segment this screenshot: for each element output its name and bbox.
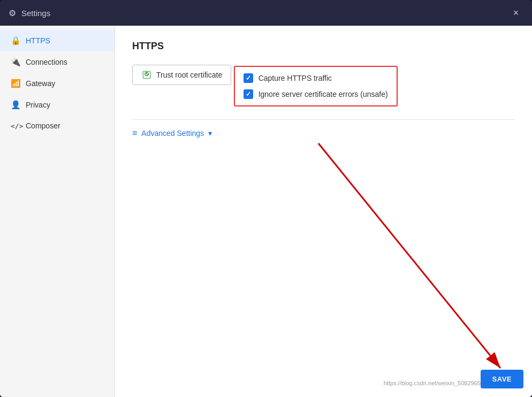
certificate-icon — [141, 70, 152, 80]
sidebar-label-privacy: Privacy — [26, 101, 50, 109]
capture-https-checkbox[interactable] — [244, 73, 253, 83]
main-content: 🔒 HTTPS 🔌 Connections 📶 Gateway 👤 Privac… — [0, 26, 532, 397]
advanced-settings-icon: ≡ — [132, 128, 137, 138]
save-button[interactable]: SAVE — [481, 370, 523, 388]
composer-icon: </> — [11, 122, 20, 130]
close-button[interactable]: × — [508, 5, 523, 20]
sidebar-item-https[interactable]: 🔒 HTTPS — [0, 30, 115, 51]
sidebar-item-privacy[interactable]: 👤 Privacy — [0, 94, 115, 116]
chevron-down-icon: ▾ — [208, 129, 212, 138]
wifi-icon: 📶 — [11, 79, 20, 88]
svg-line-3 — [318, 143, 500, 368]
sidebar-item-gateway[interactable]: 📶 Gateway — [0, 73, 115, 94]
trust-cert-button[interactable]: Trust root certificate — [132, 65, 231, 85]
checkboxes-section: Capture HTTPS traffic Ignore server cert… — [234, 66, 398, 106]
sidebar-label-gateway: Gateway — [26, 79, 55, 88]
ignore-cert-label: Ignore server certificate errors (unsafe… — [259, 90, 388, 98]
sidebar-label-composer: Composer — [26, 121, 60, 130]
url-bar: https://blog.csdn.net/weixin_50829653 — [384, 380, 484, 386]
titlebar: ⚙ Settings × — [0, 0, 532, 26]
capture-https-label: Capture HTTPS traffic — [259, 74, 332, 82]
advanced-settings-button[interactable]: ≡ Advanced Settings ▾ — [132, 128, 212, 138]
content-area: HTTPS Trust root certificate Capture HTT… — [115, 26, 532, 397]
close-icon: × — [513, 7, 519, 19]
privacy-icon: 👤 — [11, 100, 20, 110]
advanced-settings-label: Advanced Settings — [141, 129, 204, 138]
connections-icon: 🔌 — [11, 57, 20, 67]
lock-icon: 🔒 — [11, 36, 20, 45]
ignore-cert-checkbox[interactable] — [244, 89, 253, 99]
settings-dialog: ⚙ Settings × 🔒 HTTPS 🔌 Connections 📶 Gat… — [0, 0, 532, 397]
sidebar-item-connections[interactable]: 🔌 Connections — [0, 51, 115, 73]
page-title: HTTPS — [132, 41, 515, 52]
gear-icon: ⚙ — [9, 8, 16, 18]
dialog-title: Settings — [21, 9, 50, 18]
titlebar-left: ⚙ Settings — [9, 8, 50, 18]
divider — [132, 119, 515, 120]
sidebar-label-connections: Connections — [26, 58, 67, 66]
sidebar: 🔒 HTTPS 🔌 Connections 📶 Gateway 👤 Privac… — [0, 26, 115, 397]
trust-cert-label: Trust root certificate — [156, 71, 222, 79]
sidebar-item-composer[interactable]: </> Composer — [0, 116, 115, 136]
capture-https-row[interactable]: Capture HTTPS traffic — [244, 73, 388, 83]
ignore-cert-row[interactable]: Ignore server certificate errors (unsafe… — [244, 89, 388, 99]
sidebar-label-https: HTTPS — [26, 36, 50, 45]
